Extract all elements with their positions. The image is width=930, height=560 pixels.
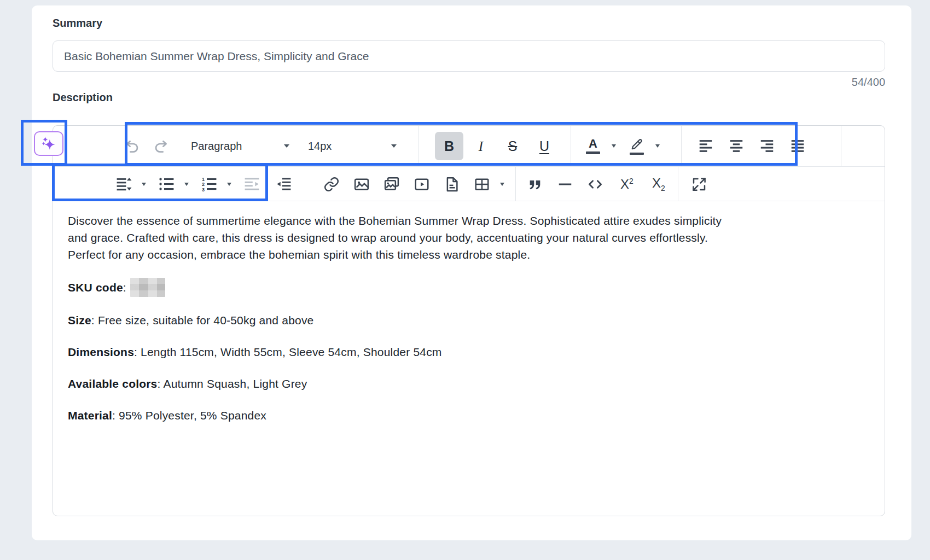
chevron-down-icon bbox=[184, 183, 189, 186]
product-edit-page: Summary 54/400 Description bbox=[0, 0, 930, 560]
italic-icon: I bbox=[479, 139, 483, 153]
chevron-down-icon bbox=[142, 183, 146, 186]
material-line: Material: 95% Polyester, 5% Spandex bbox=[68, 407, 870, 424]
outdent-button[interactable] bbox=[239, 172, 264, 196]
bold-button[interactable]: B bbox=[435, 132, 463, 160]
line-height-icon bbox=[115, 176, 132, 192]
summary-char-counter: 54/400 bbox=[53, 76, 885, 89]
toolbar-divider bbox=[681, 126, 682, 166]
superscript-button[interactable]: X2 bbox=[612, 172, 642, 196]
font-size-dropdown[interactable]: 14px bbox=[300, 132, 403, 160]
horizontal-rule-button[interactable] bbox=[553, 172, 578, 196]
toolbar-divider bbox=[515, 167, 516, 201]
chevron-down-icon bbox=[612, 144, 616, 148]
bullet-list-button[interactable] bbox=[154, 172, 179, 196]
line-height-dropdown[interactable] bbox=[138, 172, 149, 196]
indent-icon bbox=[275, 176, 292, 192]
underline-icon: U bbox=[539, 139, 549, 153]
align-right-icon bbox=[759, 138, 775, 154]
strikethrough-button[interactable]: S bbox=[498, 132, 527, 160]
video-icon bbox=[414, 176, 430, 192]
chevron-down-icon bbox=[391, 144, 397, 148]
chevron-down-icon bbox=[284, 144, 289, 148]
current-text-color-swatch bbox=[586, 151, 600, 154]
insert-document-button[interactable] bbox=[439, 172, 464, 196]
align-right-button[interactable] bbox=[754, 132, 780, 160]
redo-button[interactable] bbox=[150, 132, 172, 160]
line-height-button[interactable] bbox=[111, 172, 136, 196]
undo-button[interactable] bbox=[121, 132, 143, 160]
highlight-color-dropdown[interactable] bbox=[652, 132, 664, 160]
align-left-icon bbox=[698, 138, 714, 154]
toolbar-divider bbox=[419, 126, 419, 166]
align-center-button[interactable] bbox=[724, 132, 749, 160]
numbered-list-dropdown[interactable] bbox=[224, 172, 235, 196]
gallery-icon bbox=[383, 176, 400, 192]
justify-button[interactable] bbox=[785, 132, 810, 160]
blockquote-button[interactable] bbox=[522, 172, 548, 196]
justify-icon bbox=[789, 138, 806, 154]
size-line: Size: Free size, suitable for 40-50kg an… bbox=[68, 312, 870, 329]
bullet-list-icon bbox=[158, 176, 175, 192]
toolbar-row-1: Paragraph 14px B I S U A bbox=[53, 126, 885, 166]
insert-video-button[interactable] bbox=[409, 172, 434, 196]
sparkles-icon bbox=[40, 136, 57, 152]
insert-link-button[interactable] bbox=[319, 172, 344, 196]
ai-assistant-button[interactable] bbox=[34, 131, 63, 156]
chevron-down-icon bbox=[655, 144, 660, 148]
insert-table-button[interactable] bbox=[469, 172, 495, 196]
summary-input[interactable] bbox=[53, 40, 885, 72]
paragraph-style-value: Paragraph bbox=[191, 140, 242, 153]
indent-button[interactable] bbox=[271, 172, 296, 196]
outdent-icon bbox=[243, 176, 260, 192]
chevron-down-icon bbox=[227, 183, 231, 186]
paragraph-style-dropdown[interactable]: Paragraph bbox=[183, 132, 296, 160]
redacted-sku-value bbox=[130, 278, 165, 297]
insert-image-button[interactable] bbox=[349, 172, 374, 196]
toolbar-row-2: 123 bbox=[53, 166, 885, 201]
table-dropdown[interactable] bbox=[497, 172, 508, 196]
text-color-icon: A bbox=[589, 138, 597, 150]
text-color-dropdown[interactable] bbox=[608, 132, 620, 160]
intro-paragraph: Discover the essence of summertime elega… bbox=[68, 212, 870, 263]
current-highlight-color-swatch bbox=[630, 153, 644, 155]
numbered-list-button[interactable]: 123 bbox=[196, 172, 222, 196]
underline-button[interactable]: U bbox=[530, 132, 559, 160]
colors-line: Available colors: Autumn Squash, Light G… bbox=[68, 375, 870, 392]
horizontal-rule-icon bbox=[557, 176, 573, 192]
description-label: Description bbox=[53, 91, 113, 104]
blockquote-icon bbox=[527, 177, 543, 192]
link-icon bbox=[323, 176, 340, 192]
dimensions-line: Dimensions: Length 115cm, Width 55cm, Sl… bbox=[68, 343, 870, 360]
editor-content-area[interactable]: Discover the essence of summertime elega… bbox=[53, 201, 885, 516]
highlight-pen-icon bbox=[630, 137, 644, 151]
align-left-button[interactable] bbox=[693, 132, 718, 160]
bold-icon: B bbox=[444, 139, 454, 153]
svg-text:3: 3 bbox=[201, 187, 204, 192]
subscript-button[interactable]: X2 bbox=[644, 172, 673, 196]
bullet-list-dropdown[interactable] bbox=[181, 172, 192, 196]
align-center-icon bbox=[728, 138, 745, 154]
superscript-icon: X2 bbox=[620, 177, 633, 191]
numbered-list-icon: 123 bbox=[201, 176, 218, 192]
fullscreen-button[interactable] bbox=[687, 172, 712, 196]
toolbar-divider bbox=[571, 126, 571, 166]
table-icon bbox=[474, 176, 490, 192]
insert-gallery-button[interactable] bbox=[379, 172, 404, 196]
code-button[interactable] bbox=[583, 172, 608, 196]
highlight-color-button[interactable] bbox=[623, 132, 650, 160]
italic-button[interactable]: I bbox=[467, 132, 495, 160]
strikethrough-icon: S bbox=[508, 139, 518, 153]
text-color-button[interactable]: A bbox=[579, 132, 607, 160]
toolbar-divider bbox=[841, 126, 841, 166]
summary-label: Summary bbox=[53, 17, 102, 30]
code-icon bbox=[587, 176, 603, 192]
redo-icon bbox=[153, 137, 170, 155]
image-icon bbox=[353, 176, 370, 192]
font-size-value: 14px bbox=[308, 140, 332, 153]
fullscreen-icon bbox=[691, 176, 707, 192]
rich-text-editor: Paragraph 14px B I S U A bbox=[53, 125, 885, 516]
toolbar-divider bbox=[678, 167, 678, 201]
sku-line: SKU code: bbox=[68, 278, 870, 297]
chevron-down-icon bbox=[500, 183, 504, 186]
